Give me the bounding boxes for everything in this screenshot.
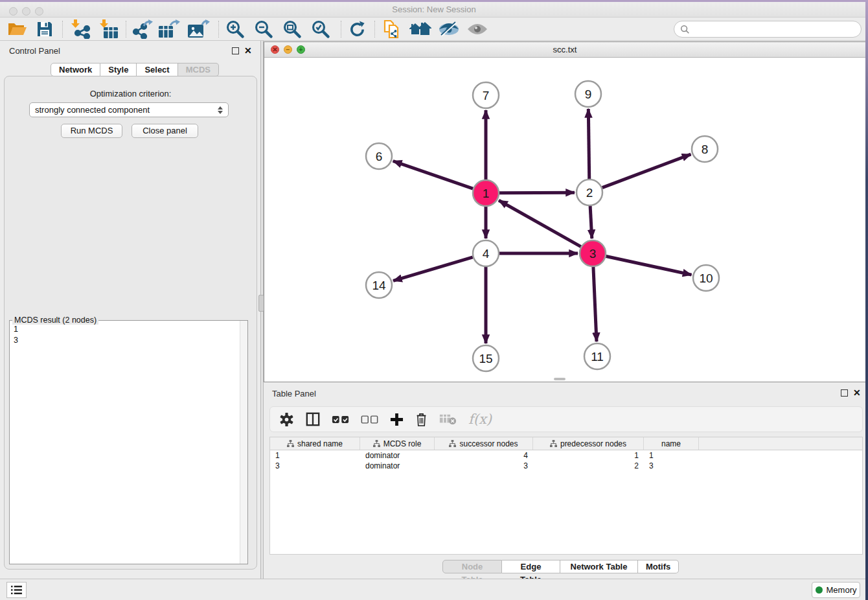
graph-node-label: 9	[585, 87, 592, 101]
show-columns-icon[interactable]	[306, 412, 320, 426]
memory-label: Memory	[827, 585, 857, 595]
table-row[interactable]: 1 dominator 4 1 1	[270, 450, 862, 461]
tab-select[interactable]: Select	[137, 63, 177, 76]
node-table: shared name MCDS role successor nodes pr…	[269, 437, 863, 555]
memory-button[interactable]: Memory	[812, 582, 860, 598]
toolbar-separator	[62, 21, 63, 38]
mcds-result-item: 3	[14, 335, 236, 346]
zoom-in-icon[interactable]	[223, 19, 247, 39]
dropdown-value: strongly connected component	[35, 105, 218, 115]
close-panel-icon[interactable]: ✕	[244, 47, 252, 54]
close-table-panel-icon[interactable]: ✕	[853, 389, 861, 397]
minimize-window-button[interactable]	[22, 7, 30, 16]
edge-3-11[interactable]	[593, 267, 597, 341]
column-header-name[interactable]: name	[644, 437, 699, 450]
import-network-icon[interactable]	[67, 19, 92, 39]
mcds-result-item: 1	[14, 324, 236, 335]
toolbar-separator	[126, 21, 126, 38]
column-header-successor-nodes[interactable]: successor nodes	[435, 437, 533, 450]
window-title: Session: New Session	[0, 2, 868, 17]
edge-3-10[interactable]	[606, 256, 692, 275]
network-close-icon[interactable]: ✕	[271, 45, 279, 54]
close-window-button[interactable]	[9, 7, 17, 16]
save-session-icon[interactable]	[32, 19, 57, 39]
home-networks-icon[interactable]	[408, 19, 433, 39]
column-header-mcds-role[interactable]: MCDS role	[360, 437, 435, 450]
zoom-fit-icon[interactable]	[280, 19, 304, 39]
delete-column-trash-icon[interactable]	[415, 412, 428, 427]
chevron-updown-icon	[218, 106, 223, 114]
table-settings-gear-icon[interactable]	[279, 412, 294, 427]
table-toolbar: f(x)	[269, 406, 863, 432]
hide-unselected-eye-icon[interactable]	[437, 19, 461, 39]
column-type-icon	[550, 440, 557, 447]
export-image-icon[interactable]	[186, 19, 211, 39]
control-panel-title: Control Panel	[9, 46, 60, 56]
export-table-icon[interactable]	[157, 19, 181, 39]
function-builder-icon[interactable]: f(x)	[468, 411, 492, 427]
edge-4-14[interactable]	[393, 257, 473, 281]
toolbar-separator	[374, 21, 375, 38]
add-column-icon[interactable]	[390, 413, 404, 426]
network-hscrollbar-thumb[interactable]	[554, 378, 565, 380]
open-session-icon[interactable]	[5, 19, 30, 39]
cell-shared-name: 3	[270, 461, 360, 471]
edge-2-9[interactable]	[588, 109, 589, 179]
tab-network[interactable]: Network	[51, 63, 100, 76]
tab-node-table[interactable]: Node Table	[442, 560, 502, 573]
network-graph[interactable]: 7968124314101511	[264, 58, 865, 382]
task-history-button[interactable]	[6, 582, 27, 598]
zoom-window-button[interactable]	[35, 7, 43, 16]
float-table-panel-icon[interactable]	[841, 389, 848, 397]
float-panel-icon[interactable]	[232, 47, 239, 54]
run-mcds-button[interactable]: Run MCDS	[61, 124, 122, 138]
tab-mcds[interactable]: MCDS	[178, 63, 219, 76]
network-canvas[interactable]: 7968124314101511	[264, 58, 865, 382]
edge-1-6[interactable]	[393, 161, 473, 189]
search-input[interactable]	[693, 25, 861, 34]
tab-network-table[interactable]: Network Table	[560, 560, 638, 573]
edge-2-8[interactable]	[602, 154, 691, 187]
tab-style[interactable]: Style	[100, 63, 137, 76]
export-network-icon[interactable]	[130, 19, 154, 39]
mcds-scrollbar[interactable]	[240, 321, 247, 564]
select-all-rows-icon[interactable]	[332, 415, 349, 424]
delete-table-icon[interactable]	[439, 413, 457, 426]
main-toolbar	[0, 17, 868, 41]
zoom-selected-icon[interactable]	[308, 19, 333, 39]
zoom-out-icon[interactable]	[251, 19, 276, 39]
deselect-all-rows-icon[interactable]	[361, 415, 378, 424]
column-header-predecessor-nodes[interactable]: predecessor nodes	[533, 437, 644, 450]
search-box[interactable]	[674, 21, 862, 38]
table-tabs: Node Table Edge Table Network Table Moti…	[442, 560, 679, 573]
column-type-icon	[449, 440, 456, 447]
network-window-titlebar[interactable]: ✕ − + scc.txt	[264, 42, 865, 58]
cell-mcds-role: dominator	[360, 461, 435, 471]
graph-node-label: 3	[589, 247, 597, 260]
column-header-shared-name[interactable]: shared name	[270, 437, 360, 450]
show-eye-icon[interactable]	[465, 19, 490, 39]
import-table-icon[interactable]	[96, 19, 120, 39]
toolbar-separator	[218, 21, 219, 38]
network-minimize-icon[interactable]: −	[284, 45, 292, 54]
close-panel-button[interactable]: Close panel	[131, 124, 198, 138]
table-panel-title: Table Panel	[272, 389, 316, 398]
network-maximize-icon[interactable]: +	[297, 45, 305, 54]
edge-1-2[interactable]	[499, 192, 575, 193]
edge-3-1[interactable]	[499, 200, 581, 246]
network-window-title: scc.txt	[264, 42, 865, 58]
graph-node-label: 6	[376, 150, 383, 163]
tab-motifs[interactable]: Motifs	[638, 560, 679, 573]
cell-successor-nodes: 4	[435, 450, 533, 461]
tab-edge-table[interactable]: Edge Table	[502, 560, 560, 573]
toolbar-separator	[341, 21, 341, 38]
edge-2-3[interactable]	[590, 206, 592, 238]
clone-network-icon[interactable]	[380, 19, 404, 39]
desktop-edge-top	[0, 0, 868, 2]
optimization-criterion-select[interactable]: strongly connected component	[29, 102, 229, 117]
status-bar: Memory	[0, 579, 868, 600]
column-type-icon	[373, 440, 380, 447]
cell-predecessor-nodes: 1	[533, 450, 644, 461]
table-row[interactable]: 3 dominator 3 2 3	[270, 461, 862, 471]
refresh-icon[interactable]	[345, 19, 369, 39]
